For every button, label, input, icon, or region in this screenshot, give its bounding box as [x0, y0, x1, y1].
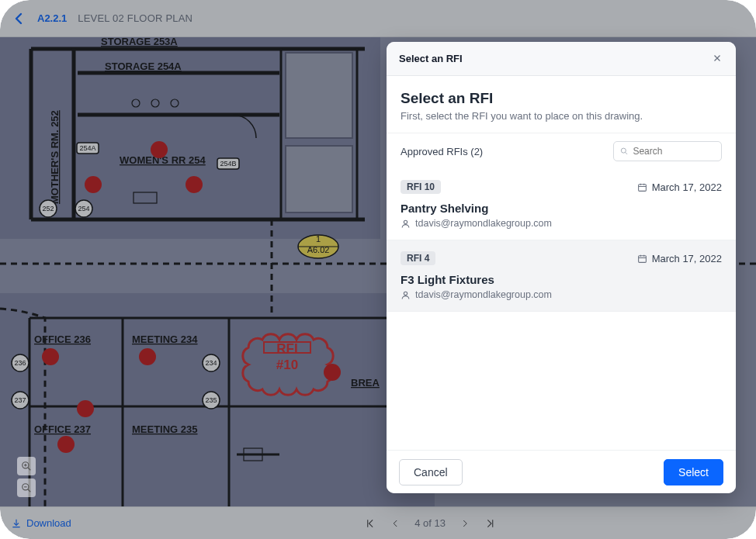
label-storage-254a: STORAGE 254A — [105, 60, 182, 72]
modal-header: Select an RFI — [387, 42, 736, 76]
sheet-title: LEVEL 02 FLOOR PLAN — [78, 12, 192, 24]
modal-search-row: Approved RFIs (2) — [387, 133, 736, 169]
svg-point-71 — [404, 292, 407, 295]
rfi-search-input[interactable] — [633, 146, 715, 157]
svg-rect-3 — [286, 53, 352, 138]
label-meeting-234: MEETING 234 — [132, 333, 198, 345]
markup-pin[interactable] — [324, 364, 341, 381]
search-icon — [620, 147, 628, 156]
markup-pin[interactable] — [42, 348, 59, 365]
zoom-in-icon — [21, 461, 32, 472]
rfi-list-item[interactable]: RFI 10 March 17, 2022 Pantry Shelving td… — [387, 169, 736, 240]
label-meeting-235: MEETING 235 — [132, 423, 198, 435]
rfi-list-item[interactable]: RFI 4 March 17, 2022 F3 Light Fixtures t… — [387, 240, 736, 312]
person-icon — [401, 290, 411, 300]
rfi-title: F3 Light Fixtures — [401, 273, 722, 286]
app-frame: A2.2.1 LEVEL 02 FLOOR PLAN — [0, 0, 756, 539]
modal-intro: Select an RFI First, select the RFI you … — [387, 76, 736, 133]
svg-line-50 — [28, 468, 31, 471]
sheet-header: A2.2.1 LEVEL 02 FLOOR PLAN — [0, 0, 756, 37]
modal-header-title: Select an RFI — [399, 53, 463, 64]
svg-point-66 — [404, 220, 407, 223]
rfi-search-field[interactable] — [613, 141, 722, 161]
sheet-code[interactable]: A2.2.1 — [37, 12, 67, 24]
download-label: Download — [26, 517, 71, 529]
zoom-in-button[interactable] — [17, 457, 36, 475]
label-storage-253a: STORAGE 253A — [101, 37, 178, 47]
label-break: BREA — [351, 377, 380, 389]
zoom-out-button[interactable] — [17, 479, 36, 497]
calendar-icon — [637, 182, 647, 192]
page-last-button[interactable] — [484, 518, 495, 529]
door-tag-254b: 254B — [217, 158, 239, 169]
svg-text:236: 236 — [14, 359, 26, 367]
svg-text:254A: 254A — [79, 144, 95, 152]
door-tag-235: 235 — [203, 392, 220, 409]
svg-line-54 — [28, 489, 31, 492]
zoom-out-icon — [21, 482, 32, 493]
download-icon — [11, 518, 22, 529]
door-tag-252: 252 — [40, 200, 57, 217]
label-office-237: OFFICE 237 — [34, 423, 91, 435]
cancel-button[interactable]: Cancel — [399, 459, 463, 485]
rfi-owner: tdavis@raymondlakegroup.com — [401, 289, 722, 300]
back-button[interactable] — [11, 11, 26, 26]
rfi-owner: tdavis@raymondlakegroup.com — [401, 218, 722, 229]
modal-footer: Cancel Select — [387, 450, 736, 493]
keynote-bubble: 1 A6.02 — [298, 234, 338, 258]
svg-text:235: 235 — [205, 396, 217, 404]
svg-point-60 — [621, 148, 626, 153]
download-button[interactable]: Download — [11, 517, 71, 529]
svg-text:1: 1 — [316, 234, 321, 244]
svg-text:A6.02: A6.02 — [307, 245, 330, 254]
approved-count-label: Approved RFIs (2) — [401, 146, 483, 157]
door-tag-254a: 254A — [77, 143, 99, 154]
page-first-button[interactable] — [365, 518, 376, 529]
zoom-controls — [17, 457, 36, 497]
markup-pin[interactable] — [85, 176, 102, 193]
svg-rect-67 — [638, 255, 646, 262]
page-prev-button[interactable] — [390, 518, 401, 529]
svg-text:252: 252 — [42, 205, 54, 212]
svg-text:234: 234 — [205, 359, 217, 367]
svg-text:254: 254 — [78, 205, 89, 212]
rfi-badge: RFI 4 — [401, 251, 435, 265]
door-tag-236: 236 — [12, 354, 29, 371]
markup-pin[interactable] — [186, 176, 203, 193]
select-rfi-modal: Select an RFI Select an RFI First, selec… — [387, 42, 736, 493]
svg-rect-62 — [638, 184, 646, 191]
close-icon — [713, 54, 722, 63]
calendar-icon — [637, 254, 647, 264]
page-nav: 4 of 13 — [365, 517, 495, 529]
modal-close-button[interactable] — [709, 50, 725, 68]
svg-line-61 — [625, 152, 627, 154]
rfi-date: March 17, 2022 — [637, 181, 722, 193]
modal-heading: Select an RFI — [401, 90, 722, 107]
rfi-title: Pantry Shelving — [401, 202, 722, 215]
label-office-236: OFFICE 236 — [34, 333, 91, 345]
svg-text:254B: 254B — [220, 160, 236, 168]
markup-pin[interactable] — [151, 141, 168, 158]
viewer-footer: Download 4 of 13 — [0, 506, 756, 539]
door-tag-234: 234 — [203, 354, 220, 371]
svg-rect-4 — [286, 146, 352, 212]
person-icon — [401, 219, 411, 229]
rfi-badge: RFI 10 — [401, 180, 441, 194]
markup-pin[interactable] — [57, 436, 75, 453]
markup-pin[interactable] — [77, 400, 94, 417]
rfi-list: RFI 10 March 17, 2022 Pantry Shelving td… — [387, 169, 736, 450]
svg-text:237: 237 — [14, 396, 26, 404]
page-counter: 4 of 13 — [414, 517, 446, 529]
door-tag-254: 254 — [75, 200, 92, 217]
rfi-date: March 17, 2022 — [637, 253, 722, 264]
select-button[interactable]: Select — [664, 459, 723, 485]
svg-text:RFI: RFI — [276, 341, 297, 356]
markup-pin[interactable] — [139, 348, 156, 365]
label-mothers-rm: MOTHER'S RM. 252 — [49, 110, 61, 204]
page-next-button[interactable] — [459, 518, 470, 529]
door-tag-237: 237 — [12, 392, 29, 409]
svg-text:#10: #10 — [276, 358, 298, 372]
modal-subheading: First, select the RFI you want to place … — [401, 110, 722, 122]
